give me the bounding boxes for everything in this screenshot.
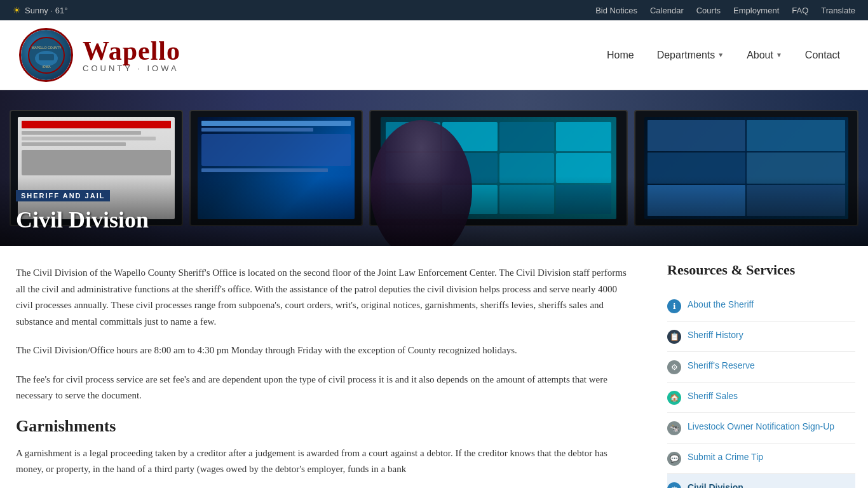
sidebar-item-3[interactable]: 🏠Sheriff Sales <box>667 383 855 413</box>
logo-title: Wapello <box>83 37 180 64</box>
page-title: Civil Division <box>16 207 852 233</box>
about-chevron-icon: ▼ <box>776 51 782 58</box>
main-nav: Home Departments ▼ About ▼ Contact <box>598 44 849 66</box>
svg-text:WAPELLO COUNTY: WAPELLO COUNTY <box>31 46 61 50</box>
content-area: The Civil Division of the Wapello County… <box>0 246 654 488</box>
hero-section: Sheriff and Jail Civil Division <box>0 90 868 246</box>
nav-home[interactable]: Home <box>598 44 643 66</box>
header: WAPELLO COUNTY IOWA Wapello County · Iow… <box>0 20 868 90</box>
sidebar-item-1[interactable]: 📋Sheriff History <box>667 322 855 352</box>
sidebar-link-4[interactable]: Livestock Owner Notification Sign-Up <box>688 421 834 433</box>
sidebar-link-0[interactable]: About the Sheriff <box>688 299 754 311</box>
hero-badge: Sheriff and Jail <box>16 190 110 201</box>
logo-text: Wapello County · Iowa <box>83 37 180 72</box>
content-paragraph-3: The fee's for civil process service are … <box>16 372 629 404</box>
content-paragraph-2: The Civil Division/Office hours are 8:00… <box>16 342 629 359</box>
sidebar-title: Resources & Services <box>667 262 855 278</box>
topnav-faq[interactable]: FAQ <box>792 6 808 15</box>
sidebar-items: ℹAbout the Sheriff📋Sheriff History⚙Sheri… <box>667 291 855 488</box>
sidebar-icon-6: ⚖ <box>667 482 681 488</box>
topnav-translate[interactable]: Translate <box>821 6 855 15</box>
sidebar: Resources & Services ℹAbout the Sheriff📋… <box>654 246 868 488</box>
top-nav: Bid Notices Calendar Courts Employment F… <box>595 6 855 15</box>
sidebar-item-5[interactable]: 💬Submit a Crime Tip <box>667 444 855 474</box>
sidebar-item-4[interactable]: 🐄Livestock Owner Notification Sign-Up <box>667 413 855 444</box>
logo-circle: WAPELLO COUNTY IOWA <box>19 28 73 82</box>
sidebar-link-5[interactable]: Submit a Crime Tip <box>688 451 763 464</box>
nav-about[interactable]: About ▼ <box>738 44 791 66</box>
nav-contact[interactable]: Contact <box>796 44 849 66</box>
sidebar-item-2[interactable]: ⚙Sheriff's Reserve <box>667 352 855 383</box>
logo-area: WAPELLO COUNTY IOWA Wapello County · Iow… <box>19 28 180 82</box>
sidebar-icon-4: 🐄 <box>667 421 681 435</box>
topnav-calendar[interactable]: Calendar <box>650 6 684 15</box>
sidebar-item-0[interactable]: ℹAbout the Sheriff <box>667 291 855 322</box>
logo-subtitle: County · Iowa <box>83 64 180 72</box>
sidebar-icon-3: 🏠 <box>667 391 681 405</box>
content-paragraph-1: The Civil Division of the Wapello County… <box>16 265 629 330</box>
sidebar-icon-1: 📋 <box>667 330 681 344</box>
nav-departments[interactable]: Departments ▼ <box>648 44 733 66</box>
sidebar-icon-2: ⚙ <box>667 360 681 374</box>
garnishments-heading: Garnishments <box>16 417 629 436</box>
departments-chevron-icon: ▼ <box>717 51 724 58</box>
sidebar-item-6[interactable]: ⚖Civil Division <box>667 474 855 488</box>
topnav-courts[interactable]: Courts <box>696 6 721 15</box>
sidebar-link-1[interactable]: Sheriff History <box>688 329 743 342</box>
weather-area: ☀ Sunny · 61° <box>13 5 67 15</box>
main-content: The Civil Division of the Wapello County… <box>0 246 868 488</box>
sidebar-icon-0: ℹ <box>667 299 681 313</box>
hero-overlay: Sheriff and Jail Civil Division <box>0 177 868 246</box>
garnishment-paragraph: A garnishment is a legal proceeding take… <box>16 445 629 478</box>
topnav-employment[interactable]: Employment <box>733 6 779 15</box>
sidebar-link-3[interactable]: Sheriff Sales <box>688 390 738 403</box>
svg-rect-3 <box>39 54 54 60</box>
sidebar-icon-5: 💬 <box>667 452 681 466</box>
sun-icon: ☀ <box>13 5 21 15</box>
logo-image: WAPELLO COUNTY IOWA <box>21 30 71 80</box>
sidebar-link-2[interactable]: Sheriff's Reserve <box>688 360 755 372</box>
top-bar: ☀ Sunny · 61° Bid Notices Calendar Court… <box>0 0 868 20</box>
topnav-bid-notices[interactable]: Bid Notices <box>595 6 637 15</box>
sidebar-link-6[interactable]: Civil Division <box>688 482 743 488</box>
weather-text: Sunny · 61° <box>25 6 67 15</box>
svg-text:IOWA: IOWA <box>42 65 51 69</box>
county-seal-svg: WAPELLO COUNTY IOWA <box>27 36 65 74</box>
